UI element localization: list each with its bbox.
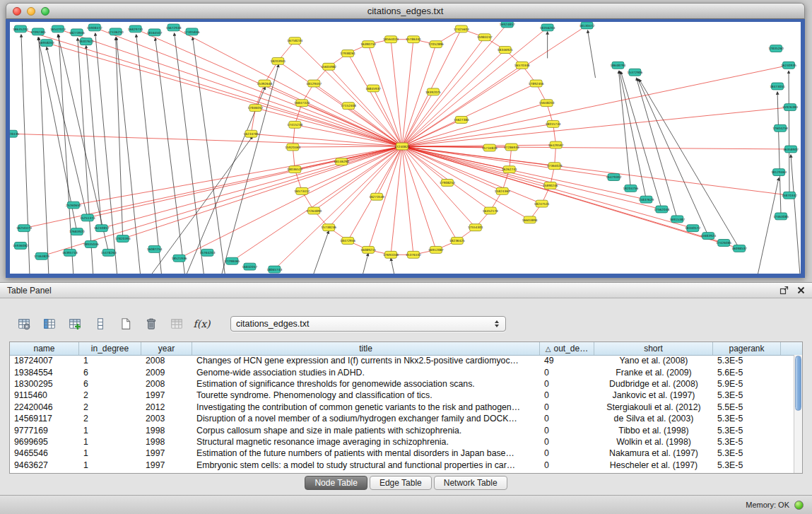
graph-edge-red[interactable] <box>402 37 485 146</box>
graph-node[interactable]: 25260650 <box>66 201 81 209</box>
table-cell[interactable]: Nakamura et al. (1997) <box>594 448 713 458</box>
graph-edge-black[interactable] <box>588 30 596 78</box>
graph-node[interactable]: 17463085 <box>773 213 789 220</box>
graph-node[interactable]: 18564023 <box>383 36 399 43</box>
graph-edge-black[interactable] <box>221 64 278 274</box>
graph-edge-black[interactable] <box>39 37 49 274</box>
graph-node[interactable]: 17298465 <box>225 257 240 264</box>
float-panel-icon[interactable] <box>779 286 789 295</box>
table-cell[interactable]: Structural magnetic resonance image aver… <box>192 437 540 447</box>
graph-node[interactable]: 18473051 <box>770 83 785 90</box>
table-cell[interactable]: Dudbridge et al. (2008) <box>594 379 713 389</box>
graph-node[interactable]: 15786341 <box>406 36 421 43</box>
table-cell[interactable]: Stergiakouli et al. (2012) <box>594 402 713 412</box>
graph-edge-red[interactable] <box>329 66 402 146</box>
graph-edge-red[interactable] <box>402 65 522 146</box>
graph-node[interactable]: 16390754 <box>360 41 376 48</box>
column-header-out_de[interactable]: △out_de… <box>540 342 594 355</box>
graph-edge-red[interactable] <box>293 146 402 147</box>
graph-edge-red[interactable] <box>402 107 790 146</box>
table-cell[interactable]: 0 <box>540 368 594 378</box>
graph-node[interactable]: 15738246 <box>321 224 336 231</box>
graph-node[interactable]: 16845937 <box>365 85 381 92</box>
graph-node[interactable]: 17415238 <box>287 121 302 128</box>
new-table-icon[interactable] <box>116 315 135 333</box>
graph-node[interactable]: 16240935 <box>781 62 796 69</box>
graph-node[interactable]: 15734826 <box>482 144 498 151</box>
table-row[interactable]: 1938455462009Genome-wide association stu… <box>10 366 794 378</box>
table-row[interactable]: 946554611997Estimation of the future num… <box>10 448 794 459</box>
graph-node[interactable]: 18648794 <box>611 62 626 69</box>
graph-edge-red[interactable] <box>377 146 402 197</box>
graph-node[interactable]: 15983247 <box>477 34 493 41</box>
graph-node[interactable]: 17264890 <box>306 207 322 214</box>
graph-node[interactable]: 18130472 <box>579 22 595 29</box>
table-cell[interactable]: 5.6E-5 <box>713 368 781 378</box>
graph-edge-black[interactable] <box>758 178 779 274</box>
graph-node[interactable]: 16924857 <box>500 22 515 28</box>
table-row[interactable]: 969969511998Structural magnetic resonanc… <box>10 436 794 448</box>
table-cell[interactable]: 2003 <box>141 414 192 424</box>
table-cell[interactable]: 1997 <box>141 448 192 458</box>
table-cell[interactable]: 19384554 <box>10 368 79 378</box>
graph-edge-black[interactable] <box>363 253 368 274</box>
table-selector-dropdown[interactable]: citations_edges.txt <box>230 316 506 332</box>
graph-node[interactable]: 15683924 <box>700 233 716 240</box>
graph-node[interactable]: 18635204 <box>13 25 28 33</box>
table-cell[interactable]: 1 <box>79 437 141 447</box>
graph-edge-black[interactable] <box>391 258 394 274</box>
graph-node[interactable]: 15251374 <box>80 214 95 221</box>
graph-edge-black[interactable] <box>619 71 646 199</box>
table-cell[interactable]: 9115460 <box>10 390 79 400</box>
scrollbar-thumb[interactable] <box>795 356 801 411</box>
graph-edge-black[interactable] <box>21 35 30 274</box>
graph-edge-black[interactable] <box>777 92 781 216</box>
window-titlebar[interactable]: citations_edges.txt <box>6 3 805 19</box>
network-canvas[interactable]: 1724082117286934162627411582436316452178… <box>6 19 805 278</box>
graph-node[interactable]: 16452178 <box>483 207 498 214</box>
table-cell[interactable]: 2 <box>79 402 141 412</box>
graph-node[interactable]: 18129463 <box>771 169 787 176</box>
table-cell[interactable]: Tibbo et al. (1998) <box>594 426 713 436</box>
column-header-year[interactable]: year <box>141 342 192 355</box>
graph-node[interactable]: 18356204 <box>540 24 555 31</box>
graph-node[interactable]: 16234785 <box>243 130 259 137</box>
graph-edge-black[interactable] <box>791 155 800 274</box>
table-cell[interactable]: 5.3E-5 <box>713 448 781 458</box>
table-cell[interactable]: 5.3E-5 <box>713 414 781 424</box>
graph-node[interactable]: 16479302 <box>606 174 622 181</box>
table-cell[interactable]: 2008 <box>141 356 192 366</box>
graph-edge-red[interactable] <box>264 83 402 146</box>
column-header-pagerank[interactable]: pagerank <box>713 342 781 355</box>
table-cell[interactable]: 1 <box>79 460 141 470</box>
graph-edge-black[interactable] <box>155 38 185 274</box>
graph-edge-black[interactable] <box>618 71 630 188</box>
graph-edge-red[interactable] <box>95 28 402 146</box>
table-cell[interactable]: 0 <box>540 426 594 436</box>
graph-edge-red[interactable] <box>251 134 402 146</box>
graph-node[interactable]: 17152408 <box>341 103 356 110</box>
graph-node[interactable]: 16829731 <box>128 25 143 33</box>
graph-node[interactable]: 16847320 <box>294 100 310 107</box>
graph-node[interactable]: 18521936 <box>172 255 187 262</box>
graph-edge-red[interactable] <box>402 119 461 146</box>
table-cell[interactable]: 0 <box>540 414 594 424</box>
graph-edge-black[interactable] <box>136 35 162 274</box>
minimize-window-icon[interactable] <box>27 7 35 16</box>
table-cell[interactable]: Jankovic et al. (1997) <box>594 390 713 400</box>
graph-node[interactable]: 16262741 <box>502 166 517 173</box>
graph-node[interactable]: 15837629 <box>638 196 654 203</box>
graph-node[interactable]: 16273549 <box>369 193 384 200</box>
graph-node[interactable]: 15627384 <box>454 117 469 124</box>
table-cell[interactable]: de Silva et al. (2003) <box>594 414 713 424</box>
graph-edge-red[interactable] <box>373 88 402 146</box>
import-table-icon[interactable] <box>167 315 186 333</box>
table-cell[interactable]: 1 <box>79 448 141 458</box>
graph-node[interactable]: 18203941 <box>270 57 286 64</box>
graph-edge-red[interactable] <box>314 83 402 146</box>
graph-node[interactable]: 16089215 <box>360 246 376 253</box>
graph-edge-red[interactable] <box>58 29 402 146</box>
graph-node[interactable]: 18346921 <box>498 47 513 54</box>
graph-node[interactable]: 17604258 <box>772 124 788 132</box>
table-cell[interactable]: 2008 <box>141 379 192 389</box>
